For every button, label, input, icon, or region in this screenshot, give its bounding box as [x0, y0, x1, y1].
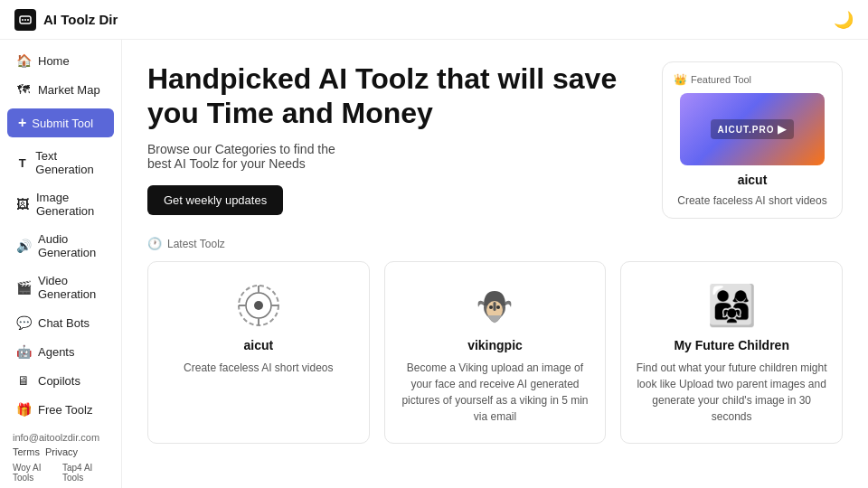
sidebar-item-video-generation[interactable]: 🎬 Video Generation: [4, 267, 118, 307]
tool-desc-vikingpic: Become a Viking upload an image of your …: [400, 360, 591, 425]
svg-point-6: [254, 301, 263, 310]
featured-label: 👑 Featured Tool: [674, 73, 751, 86]
app-title: AI Toolz Dir: [43, 12, 118, 27]
dark-mode-toggle[interactable]: 🌙: [834, 10, 854, 30]
terms-link[interactable]: Terms: [13, 446, 40, 457]
sidebar-item-label: Image Generation: [36, 191, 105, 218]
svg-point-15: [496, 305, 500, 309]
vikingpic-tool-icon: [469, 280, 520, 331]
chat-bots-icon: 💬: [16, 315, 31, 330]
footer-ads: Woy AI Tools Tap4 AI Tools: [13, 463, 108, 483]
audio-gen-icon: 🔊: [16, 239, 31, 253]
video-gen-icon: 🎬: [16, 280, 31, 295]
sidebar-item-audio-generation[interactable]: 🔊 Audio Generation: [4, 226, 118, 266]
play-icon: ▶: [778, 123, 787, 136]
sidebar-item-label: Market Map: [38, 83, 100, 97]
hero-title: Handpicked AI Toolz that will save you T…: [147, 61, 640, 131]
sidebar-item-free-toolz[interactable]: 🎁 Free Toolz: [4, 396, 118, 423]
sidebar-item-chat-bots[interactable]: 💬 Chat Bots: [4, 309, 118, 336]
featured-tool-desc: Create faceless AI short videos: [677, 194, 826, 207]
image-gen-icon: 🖼: [16, 197, 29, 211]
hero-left: Handpicked AI Toolz that will save you T…: [147, 61, 640, 215]
featured-img-text: AICUT.PRO: [718, 125, 775, 135]
sidebar-footer: info@aitoolzdir.com Terms Privacy Woy AI…: [0, 425, 121, 488]
main-layout: 🏠 Home 🗺 Market Map + Submit Tool T Text…: [0, 40, 868, 488]
tool-card-aicut[interactable]: aicut Create faceless AI short videos: [147, 261, 370, 444]
footer-email: info@aitoolzdir.com: [13, 432, 108, 443]
tool-desc-future-children: Find out what your future children might…: [636, 360, 827, 425]
svg-point-3: [27, 19, 29, 21]
sidebar-item-label: Chat Bots: [38, 316, 90, 330]
footer-links: Terms Privacy: [13, 446, 108, 457]
sidebar-item-label: Copilots: [38, 374, 80, 388]
featured-tool-name: aicut: [738, 173, 768, 187]
tool-name-aicut: aicut: [243, 338, 273, 352]
section-label-text: Latest Toolz: [167, 238, 225, 250]
sidebar: 🏠 Home 🗺 Market Map + Submit Tool T Text…: [0, 40, 122, 488]
header: AI Toolz Dir 🌙: [0, 0, 868, 40]
sidebar-item-label: Free Toolz: [38, 403, 92, 417]
submit-tool-button[interactable]: + Submit Tool: [7, 108, 114, 137]
header-logo-area: AI Toolz Dir: [14, 9, 118, 31]
logo-icon: [14, 9, 36, 31]
sidebar-item-label: Agents: [38, 345, 74, 359]
cta-button[interactable]: Get weekly updates: [147, 185, 283, 215]
ad-tap4: Tap4 AI Tools: [62, 463, 108, 483]
sidebar-item-market-map[interactable]: 🗺 Market Map: [4, 76, 118, 103]
sidebar-item-agents[interactable]: 🤖 Agents: [4, 338, 118, 365]
free-toolz-icon: 🎁: [16, 402, 31, 417]
agents-icon: 🤖: [16, 344, 31, 359]
crown-icon: 👑: [674, 73, 687, 86]
clock-icon: 🕐: [147, 237, 162, 250]
sidebar-item-label: Video Generation: [38, 274, 105, 301]
section-label: 🕐 Latest Toolz: [147, 237, 843, 250]
tool-card-vikingpic[interactable]: vikingpic Become a Viking upload an imag…: [384, 261, 607, 444]
latest-section: 🕐 Latest Toolz: [147, 237, 843, 444]
svg-point-1: [22, 19, 24, 21]
tools-grid: aicut Create faceless AI short videos: [147, 261, 843, 444]
map-icon: 🗺: [16, 82, 31, 97]
featured-tool-card: 👑 Featured Tool AICUT.PRO ▶ aicut Create…: [662, 61, 843, 219]
svg-point-14: [489, 305, 493, 309]
ad-woy: Woy AI Tools: [13, 463, 59, 483]
tool-card-future-children[interactable]: 👨‍👩‍👧 My Future Children Find out what y…: [620, 261, 843, 444]
sidebar-item-text-generation[interactable]: T Text Generation: [4, 143, 118, 183]
sidebar-item-label: Home: [38, 54, 70, 68]
copilots-icon: 🖥: [16, 373, 31, 388]
tool-name-future-children: My Future Children: [674, 338, 789, 352]
sidebar-item-label: Audio Generation: [38, 232, 105, 259]
privacy-link[interactable]: Privacy: [45, 446, 78, 457]
tool-desc-aicut: Create faceless AI short videos: [184, 360, 333, 376]
hero-subtitle: Browse our Categories to find the best A…: [147, 142, 640, 171]
hero-section: Handpicked AI Toolz that will save you T…: [147, 61, 843, 219]
main-content: Handpicked AI Toolz that will save you T…: [122, 40, 868, 488]
sidebar-item-home[interactable]: 🏠 Home: [4, 47, 118, 74]
plus-icon: +: [18, 115, 26, 131]
submit-label: Submit Tool: [32, 117, 93, 130]
text-gen-icon: T: [16, 156, 28, 170]
aicut-tool-icon: [233, 280, 284, 331]
sidebar-item-label: Text Generation: [35, 149, 105, 176]
svg-rect-13: [494, 302, 496, 311]
home-icon: 🏠: [16, 53, 31, 68]
future-children-icon: 👨‍👩‍👧: [706, 280, 757, 331]
svg-point-2: [24, 19, 26, 21]
sidebar-item-image-generation[interactable]: 🖼 Image Generation: [4, 184, 118, 224]
tool-name-vikingpic: vikingpic: [467, 338, 523, 352]
featured-tool-image: AICUT.PRO ▶: [680, 93, 825, 165]
sidebar-item-copilots[interactable]: 🖥 Copilots: [4, 367, 118, 394]
